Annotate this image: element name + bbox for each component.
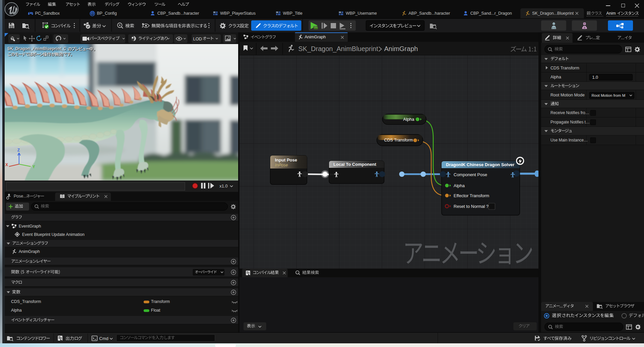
svg-text:Component Pose: Component Pose	[454, 172, 487, 177]
svg-text:DragonIK Chinese Dragon Solver: DragonIK Chinese Dragon Solver	[446, 162, 514, 167]
svg-text:Alpha: Alpha	[454, 183, 465, 188]
svg-text:Local To Component: Local To Component	[333, 162, 376, 167]
svg-text:Effector Transform: Effector Transform	[454, 193, 489, 198]
svg-text:InPose: InPose	[275, 163, 288, 167]
svg-text:Reset to Normal ?: Reset to Normal ?	[454, 204, 489, 209]
svg-text:Alpha: Alpha	[403, 117, 415, 122]
svg-text:CDS Transform: CDS Transform	[384, 138, 413, 142]
svg-text:Y: Y	[32, 164, 35, 169]
svg-text:X: X	[5, 162, 8, 167]
svg-text:Input Pose: Input Pose	[275, 157, 297, 162]
svg-text:Z: Z	[17, 148, 20, 152]
